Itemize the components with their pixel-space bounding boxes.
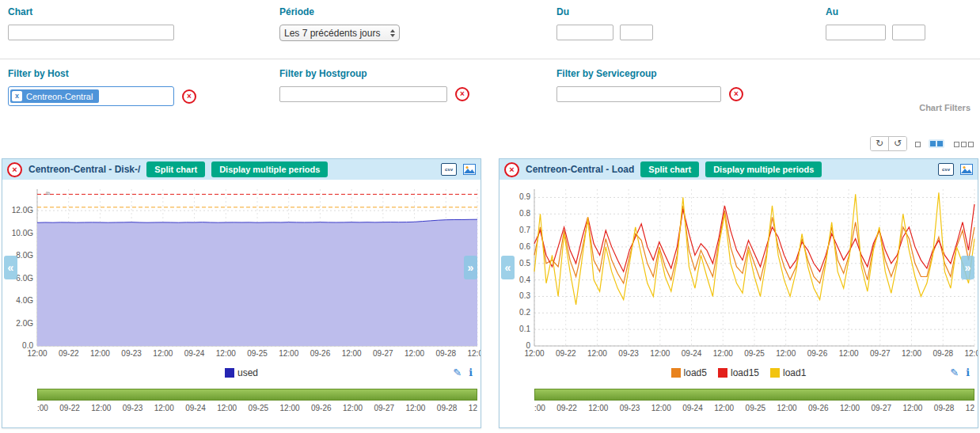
chart-legend: load5load15load1 (671, 367, 807, 378)
legend-label: load1 (783, 367, 806, 378)
svg-text:09-25: 09-25 (247, 349, 268, 358)
auto-refresh-icon[interactable]: ↺ (888, 137, 906, 150)
legend-item[interactable]: load1 (770, 367, 806, 378)
svg-text:6.0G: 6.0G (16, 274, 33, 283)
svg-text:12:00: 12:00 (153, 349, 173, 358)
split-chart-button[interactable]: Split chart (146, 161, 205, 177)
hostgroup-filter-input[interactable] (279, 86, 447, 102)
legend-item[interactable]: load5 (671, 367, 707, 378)
au-date-input[interactable] (826, 25, 886, 40)
servicegroup-filter-label: Filter by Servicegroup (556, 68, 743, 79)
timeline-tick: 09-25 (249, 404, 269, 412)
legend-swatch-icon (718, 368, 727, 378)
timeline-tick: 12:00 (154, 404, 174, 412)
chart-panel-load: × Centreon-Central - Load Split chart Di… (499, 158, 978, 428)
clear-host-filter-icon[interactable]: × (182, 89, 196, 104)
legend-swatch-icon (770, 368, 780, 378)
disk-chart-svg: 12:0009-2212:0009-2312:0009-2412:0009-25… (2, 183, 481, 363)
close-chart-icon[interactable]: × (504, 162, 519, 177)
info-icon[interactable]: ℹ (966, 367, 970, 378)
clear-servicegroup-filter-icon[interactable]: × (729, 87, 743, 101)
refresh-icon[interactable]: ↻ (871, 137, 888, 150)
chart-title: Centreon-Central - Disk-/ (28, 164, 140, 175)
timeline-bar[interactable] (37, 389, 477, 401)
svg-text:09-22: 09-22 (59, 349, 79, 358)
display-periods-button[interactable]: Display multiple periods (705, 161, 822, 177)
du-date-input[interactable] (556, 25, 613, 40)
svg-text:09-25: 09-25 (744, 349, 765, 358)
svg-text:12:00: 12:00 (587, 349, 607, 358)
display-periods-button[interactable]: Display multiple periods (211, 161, 328, 177)
section-title: Chart Filters (919, 103, 971, 112)
svg-text:12:00: 12:00 (27, 349, 47, 358)
timeline-tick: 12:00 (91, 404, 111, 412)
export-image-icon[interactable] (960, 164, 973, 175)
timeline-tick: 12:00 (343, 404, 363, 412)
legend-label: load15 (731, 367, 759, 378)
chart-filter-input[interactable] (8, 25, 174, 40)
load-chart-svg: 12:0009-2212:0009-2312:0009-2412:0009-25… (499, 183, 978, 363)
timeline-tick: 12:00 (840, 404, 860, 412)
layout-three-columns-icon[interactable] (952, 139, 974, 150)
hostgroup-filter-field: Filter by Hostgroup × (279, 68, 469, 102)
load-chart-plot[interactable]: 12:0009-2212:0009-2312:0009-2412:0009-25… (499, 183, 978, 363)
timeline-tick: 09-24 (185, 404, 206, 412)
svg-text:12:00: 12:00 (776, 349, 796, 358)
timeline-tick: 09-25 (746, 404, 766, 412)
chart-filter-field: Chart (8, 6, 174, 40)
split-chart-button[interactable]: Split chart (640, 161, 699, 177)
au-label: Au (826, 6, 925, 17)
edit-icon[interactable]: ✎ (453, 367, 462, 378)
timeline-tick: 09-22 (556, 404, 577, 412)
timeline-bar[interactable] (534, 389, 974, 401)
svg-text:12:00: 12:00 (405, 349, 424, 358)
svg-text:0.4: 0.4 (519, 275, 530, 284)
du-time-input[interactable] (620, 25, 653, 40)
svg-text:0: 0 (526, 341, 530, 350)
edit-icon[interactable]: ✎ (950, 367, 959, 378)
svg-text:09-27: 09-27 (373, 349, 393, 358)
periode-select[interactable]: Les 7 précédents jours (279, 25, 400, 41)
layout-one-column-icon[interactable] (915, 139, 921, 150)
legend-item[interactable]: used (225, 367, 258, 378)
layout-two-columns-icon[interactable] (929, 139, 944, 148)
legend-swatch-icon (671, 368, 681, 378)
export-csv-icon[interactable]: csv (938, 163, 954, 176)
svg-text:0.0: 0.0 (22, 341, 33, 350)
info-icon[interactable]: ℹ (469, 367, 473, 378)
disk-chart-plot[interactable]: 12:0009-2212:0009-2312:0009-2412:0009-25… (2, 183, 481, 363)
timeline-axis: :0009-2212:0009-2312:0009-2412:0009-2512… (534, 404, 974, 412)
svg-text:0.9: 0.9 (519, 192, 530, 201)
legend-item[interactable]: load15 (718, 367, 759, 378)
clear-hostgroup-filter-icon[interactable]: × (455, 87, 469, 101)
host-tag-label: Centreon-Central (26, 92, 93, 101)
chart-legend: used (225, 367, 258, 378)
svg-text:0.2: 0.2 (519, 308, 530, 317)
timeline-tick: 12:00 (280, 404, 300, 412)
periode-field: Période Les 7 précédents jours (279, 6, 400, 41)
svg-text:09-22: 09-22 (556, 349, 576, 358)
svg-text:0.6: 0.6 (519, 242, 530, 251)
scroll-right-button[interactable]: » (464, 256, 477, 279)
export-image-icon[interactable] (463, 164, 476, 175)
svg-text:0.7: 0.7 (519, 226, 530, 234)
svg-text:0.5: 0.5 (519, 259, 530, 268)
timeline-tick: 09-23 (620, 404, 640, 412)
svg-text:0.1: 0.1 (519, 325, 530, 333)
close-chart-icon[interactable]: × (7, 162, 22, 177)
svg-text:2.0G: 2.0G (16, 319, 33, 328)
au-time-input[interactable] (892, 25, 925, 40)
export-csv-icon[interactable]: csv (441, 163, 457, 176)
scroll-right-button[interactable]: » (961, 256, 974, 279)
host-tag-chip: x Centreon-Central (10, 89, 99, 103)
svg-text:8.0G: 8.0G (16, 251, 33, 260)
periode-label: Période (279, 6, 400, 17)
chip-remove-icon[interactable]: x (12, 91, 22, 101)
scroll-left-button[interactable]: « (4, 256, 17, 279)
svg-text:09-28: 09-28 (933, 349, 953, 358)
scroll-left-button[interactable]: « (501, 256, 515, 279)
host-filter-input[interactable]: x Centreon-Central (8, 86, 174, 106)
servicegroup-filter-input[interactable] (556, 86, 721, 102)
timeline-tick: 09-23 (123, 404, 143, 412)
charts-grid: × Centreon-Central - Disk-/ Split chart … (2, 158, 978, 428)
